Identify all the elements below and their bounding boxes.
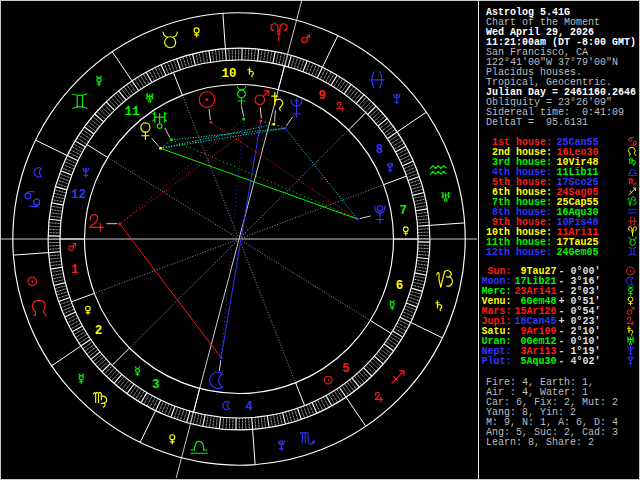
svg-text:12: 12 [71,188,86,202]
svg-text:4: 4 [245,400,253,414]
svg-text:2: 2 [95,324,103,338]
svg-text:3: 3 [152,378,160,392]
svg-text:8: 8 [376,143,384,157]
svg-text:Plut:: Plut: [482,356,512,367]
svg-text:6: 6 [396,279,404,293]
svg-text:5Aqu30: 5Aqu30 [515,356,557,367]
svg-text:12th house:: 12th house: [486,247,552,258]
svg-text:9: 9 [319,89,327,103]
svg-text:7: 7 [400,204,408,218]
svg-text:11: 11 [124,105,139,119]
svg-text:24Gem05: 24Gem05 [557,247,599,258]
svg-text:- 4°02': - 4°02' [559,356,601,367]
svg-text:10: 10 [222,67,237,81]
svg-text:Learn: 8, Share: 2: Learn: 8, Share: 2 [486,437,594,448]
svg-text:1: 1 [71,263,79,277]
svg-text:5: 5 [342,362,350,376]
svg-text:DeltaT = 95.6131: DeltaT = 95.6131 [486,117,588,128]
